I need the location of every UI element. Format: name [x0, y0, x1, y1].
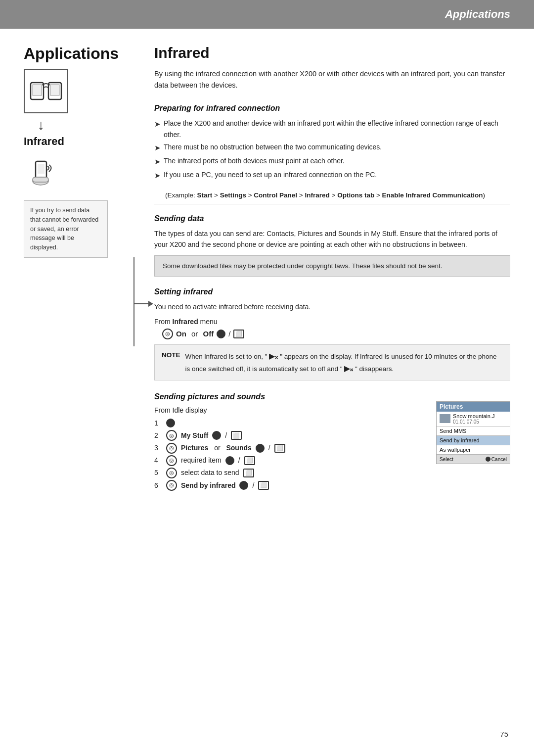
note-body: When infrared is set to on, " ▶︎𝄪 " appe…: [185, 350, 503, 375]
phone-screen-header: Pictures: [437, 402, 510, 412]
info-box-text: Some downloaded files may be protected u…: [163, 262, 443, 270]
step5-back: ⬜: [243, 469, 254, 477]
step4-select: [225, 456, 234, 465]
sidebar-horiz-arrow: [134, 301, 153, 307]
content-intro: By using the infrared connection with an…: [154, 68, 510, 91]
step-num-3: 3: [154, 442, 162, 454]
step3-scroll: ◎: [166, 443, 177, 454]
step-5: 5 ◎ select data to send ⬜: [154, 467, 430, 479]
step-num-6: 6: [154, 479, 162, 492]
phone-row-3-text: Send by infrared: [440, 437, 480, 443]
phone-footer-bullet: [486, 457, 490, 462]
sidebar-transfer-icon: [24, 69, 68, 113]
phone-footer-left: Select: [440, 457, 453, 462]
sidebar-down-arrow: ↓: [38, 117, 44, 133]
step6-slash: /: [252, 479, 254, 492]
phone-row-3: Send by infrared: [437, 436, 510, 445]
section-sending-pictures-heading: Sending pictures and sounds: [154, 392, 510, 401]
step6-back: ⬜: [258, 481, 269, 490]
from-menu-line: From Infrared menu: [154, 318, 510, 326]
divider-1: [154, 204, 510, 204]
bullet-arrow-2: ➤: [154, 142, 161, 154]
step4-text: required item: [181, 454, 222, 467]
bullet-text-2: There must be no obstruction between the…: [164, 142, 382, 152]
note-box: NOTE When infrared is set to on, " ▶︎𝄪 "…: [154, 344, 510, 380]
svg-rect-3: [50, 85, 59, 95]
step3-or: or: [212, 442, 222, 454]
sidebar-note: If you try to send data that cannot be f…: [24, 200, 108, 258]
bullet-text-3: The infrared ports of both devices must …: [164, 155, 345, 166]
on-text: On: [176, 330, 186, 338]
step5-text: select data to send: [181, 467, 239, 479]
section-setting-infrared-heading: Setting infrared: [154, 287, 510, 296]
section-sending-data-heading: Sending data: [154, 214, 510, 223]
example-block: (Example: Start > Settings > Control Pan…: [165, 190, 510, 201]
sidebar-app-title: Applications: [24, 45, 119, 63]
info-box: Some downloaded files may be protected u…: [154, 255, 510, 277]
step2-slash: /: [225, 429, 227, 442]
preparing-bullets: ➤ Place the X200 and another device with…: [154, 118, 510, 183]
phone-footer-right: Cancel: [486, 457, 507, 462]
bullet-3: ➤ The infrared ports of both devices mus…: [154, 155, 510, 168]
svg-rect-7: [33, 177, 48, 182]
content-title: Infrared: [154, 45, 510, 61]
phone-screen-footer: Select Cancel: [437, 455, 510, 464]
step1-icon: [166, 419, 175, 427]
page-number: 75: [500, 730, 508, 738]
from-idle-line: From Idle display: [154, 406, 430, 414]
step-num-4: 4: [154, 454, 162, 467]
step2-text: My Stuff: [181, 429, 208, 442]
step2-back: ⬜: [231, 431, 242, 440]
step4-scroll: ◎: [166, 455, 177, 466]
step6-select: [239, 481, 248, 490]
numbered-steps: 1 2 ◎ My Stuff / ⬜ 3 ◎: [154, 417, 430, 492]
back-button-icon: ⬜: [233, 330, 244, 338]
main-layout: Applications ↓ Infrared: [0, 29, 534, 520]
off-text: Off: [203, 330, 214, 338]
step3-slash: /: [268, 442, 270, 454]
select-button-icon: [217, 330, 225, 338]
scroll-icon-1: ◎: [162, 329, 173, 339]
bullet-1: ➤ Place the X200 and another device with…: [154, 118, 510, 140]
slash-text: /: [228, 330, 230, 338]
step-6: 6 ◎ Send by infrared / ⬜: [154, 479, 430, 492]
step-num-2: 2: [154, 429, 162, 442]
step-3: 3 ◎ Pictures or Sounds / ⬜: [154, 442, 430, 454]
bullet-4: ➤ If you use a PC, you need to set up an…: [154, 169, 510, 182]
step-num-5: 5: [154, 467, 162, 479]
svg-rect-5: [38, 164, 44, 174]
phone-thumb-1: [440, 414, 450, 423]
bullet-text-4: If you use a PC, you need to set up an i…: [164, 169, 377, 180]
setting-infrared-body: You need to activate infrared before rec…: [154, 301, 510, 312]
step6-scroll: ◎: [166, 480, 177, 491]
phone-row-2: Send MMS: [437, 426, 510, 436]
sending-pics-area: From Idle display 1 2 ◎ My Stuff /: [154, 406, 510, 497]
step2-scroll: ◎: [166, 430, 177, 441]
svg-rect-1: [33, 85, 42, 95]
phone-row-4-text: As wallpaper: [440, 447, 471, 453]
content-area: Infrared By using the infrared connectio…: [154, 45, 510, 497]
step3-select: [256, 444, 265, 453]
bullet-arrow-1: ➤: [154, 118, 161, 130]
phone-row-1-text: Snow mountain.J 01.01 07:05: [453, 413, 494, 425]
step-2: 2 ◎ My Stuff / ⬜: [154, 429, 430, 442]
sidebar-note-text: If you try to send data that cannot be f…: [30, 207, 98, 251]
step4-slash: /: [238, 454, 240, 467]
step5-scroll: ◎: [166, 468, 177, 478]
bullet-2: ➤ There must be no obstruction between t…: [154, 142, 510, 154]
step4-back: ⬜: [244, 456, 255, 465]
step2-select: [212, 431, 221, 440]
sending-pics-left: From Idle display 1 2 ◎ My Stuff /: [154, 406, 430, 497]
bullet-text-1: Place the X200 and another device with a…: [164, 118, 510, 140]
step-4: 4 ◎ required item / ⬜: [154, 454, 430, 467]
note-label: NOTE: [162, 350, 180, 375]
header-bar: Applications: [0, 0, 534, 29]
sidebar-infrared-icon: [24, 154, 63, 189]
step-1: 1: [154, 417, 430, 429]
step3-back: ⬜: [274, 444, 285, 453]
section-preparing-heading: Preparing for infrared connection: [154, 104, 510, 113]
infrared-icon-svg: [26, 156, 61, 186]
sending-data-body: The types of data you can send are: Cont…: [154, 228, 510, 250]
bullet-arrow-4: ➤: [154, 170, 161, 182]
header-title: Applications: [445, 8, 510, 21]
